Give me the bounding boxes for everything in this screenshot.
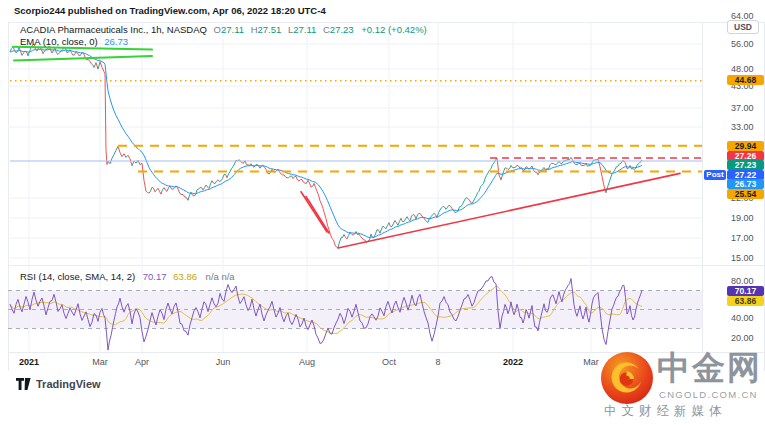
time-label-Apr: Apr	[135, 357, 149, 367]
rsi-label: RSI (14, close, SMA, 14, 2)	[20, 271, 135, 282]
time-label-Aug: Aug	[299, 357, 315, 367]
published-caption: Scorpio244 published on TradingView.com,…	[14, 5, 326, 16]
price-tick: 56.00	[731, 39, 765, 49]
cngold-watermark: 中金网 CNGOLD.COM.CN 中文财经新媒体	[600, 350, 765, 425]
tradingview-attribution[interactable]: TradingView	[16, 378, 101, 390]
symbol-legend: ACADIA Pharmaceuticals Inc., 1h, NASDAQ …	[20, 24, 427, 35]
close-label: C	[323, 24, 330, 35]
price-badge-29.94: 29.94	[727, 141, 764, 151]
ema-label: EMA (10, close, 0)	[20, 36, 98, 47]
price-tick: 48.00	[731, 64, 765, 74]
post-market-tag: Post	[704, 170, 726, 180]
rsi-badge-63.86: 63.86	[727, 296, 764, 306]
rsi-tick: 80.00	[731, 276, 765, 286]
change-value: +0.12 (+0.42%)	[361, 24, 427, 35]
high-label: H	[251, 24, 258, 35]
time-label-Oct: Oct	[382, 357, 396, 367]
rsi-ma-value: 63.86	[173, 271, 197, 282]
time-label-8: 8	[435, 357, 440, 367]
price-badge-27.22: 27.22	[727, 170, 764, 180]
cngold-logo-icon	[600, 351, 654, 405]
price-badge-44.68: 44.68	[727, 75, 764, 85]
watermark-tagline: 中文财经新媒体	[604, 403, 727, 420]
tradingview-snapshot: Scorpio244 published on TradingView.com,…	[0, 0, 765, 425]
tradingview-attribution-label: TradingView	[36, 378, 101, 390]
price-axis-separator	[702, 22, 703, 352]
rsi-legend: RSI (14, close, SMA, 14, 2) 70.17 63.86 …	[20, 271, 235, 282]
rsi-value: 70.17	[143, 271, 167, 282]
high-value: 27.51	[258, 24, 282, 35]
rsi-badge-70.17: 70.17	[727, 286, 764, 296]
rsi-na-values: n/a n/a	[206, 271, 235, 282]
price-tick: 17.00	[731, 233, 765, 243]
price-badge-26.73: 26.73	[727, 179, 764, 189]
symbol-title: ACADIA Pharmaceuticals Inc., 1h, NASDAQ	[20, 24, 207, 35]
price-tick: 15.00	[731, 253, 765, 263]
currency-button[interactable]: USD	[727, 20, 759, 34]
price-badge-27.23: 27.23	[727, 160, 764, 170]
red-wedge-lower[interactable]	[306, 197, 329, 233]
time-label-Mar: Mar	[92, 357, 108, 367]
tradingview-logo-icon	[16, 378, 31, 390]
watermark-domain: CNGOLD.COM.CN	[659, 389, 758, 400]
rsi-tick: 20.00	[731, 333, 765, 343]
time-label-Mar: Mar	[583, 357, 599, 367]
time-label-2022: 2022	[503, 357, 523, 367]
price-badge-27.26: 27.26	[727, 151, 764, 161]
price-badge-25.54: 25.54	[727, 189, 764, 199]
green-channel-lower[interactable]	[14, 56, 152, 60]
price-pane[interactable]	[8, 22, 702, 266]
open-value: 27.11	[221, 24, 244, 35]
time-label-Jun: Jun	[216, 357, 231, 367]
ema-value: 26.73	[104, 36, 128, 47]
price-tick: 33.00	[731, 122, 765, 132]
price-tick: 64.00	[731, 11, 765, 21]
ema-legend: EMA (10, close, 0) 26.73	[20, 36, 128, 47]
open-label: O	[214, 24, 221, 35]
price-tick: 19.00	[731, 213, 765, 223]
close-value: 27.23	[330, 24, 354, 35]
low-value: 27.11	[293, 24, 316, 35]
time-label-2021: 2021	[19, 357, 39, 367]
price-tick: 37.00	[731, 103, 765, 113]
watermark-brand: 中金网	[657, 348, 762, 388]
rsi-tick: 40.00	[731, 313, 765, 323]
green-channel-upper[interactable]	[13, 47, 152, 50]
